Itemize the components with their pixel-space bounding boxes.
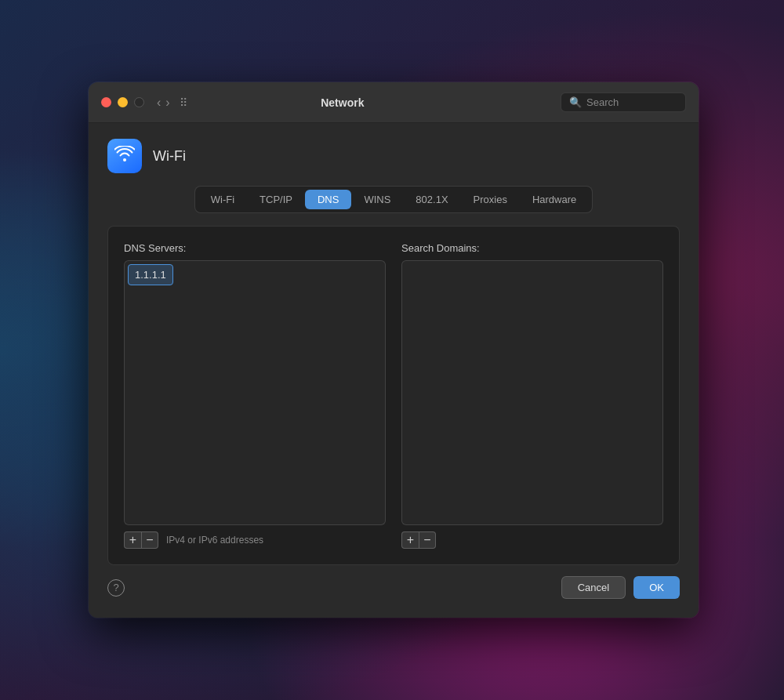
search-domains-column: Search Domains: + − xyxy=(401,242,663,549)
footer-actions: Cancel OK xyxy=(561,576,680,599)
search-bar[interactable]: 🔍 xyxy=(561,92,686,112)
titlebar: ‹ › ⠿ Network 🔍 xyxy=(89,82,699,123)
dns-servers-column: DNS Servers: 1.1.1.1 + − IPv4 or IPv6 ad… xyxy=(124,242,386,549)
tab-proxies[interactable]: Proxies xyxy=(461,190,520,209)
tab-dns[interactable]: DNS xyxy=(305,190,351,209)
domain-remove-button[interactable]: − xyxy=(419,531,436,549)
ok-button[interactable]: OK xyxy=(633,576,680,599)
tab-wins[interactable]: WINS xyxy=(351,190,403,209)
dns-remove-button[interactable]: − xyxy=(141,531,158,549)
tabs-container: Wi-Fi TCP/IP DNS WINS 802.1X Proxies Har… xyxy=(194,186,593,213)
wifi-icon-container xyxy=(107,139,142,173)
dns-servers-label: DNS Servers: xyxy=(124,242,386,254)
search-domains-label: Search Domains: xyxy=(401,242,663,254)
dns-columns: DNS Servers: 1.1.1.1 + − IPv4 or IPv6 ad… xyxy=(124,242,663,549)
dns-hint: IPv4 or IPv6 addresses xyxy=(166,535,263,546)
cancel-button[interactable]: Cancel xyxy=(561,576,626,599)
tab-hardware[interactable]: Hardware xyxy=(520,190,589,209)
dns-server-controls: + − IPv4 or IPv6 addresses xyxy=(124,531,386,549)
domain-add-button[interactable]: + xyxy=(401,531,419,549)
footer: ? Cancel OK xyxy=(107,565,680,602)
tab-tcpip[interactable]: TCP/IP xyxy=(247,190,305,209)
wifi-header: Wi-Fi xyxy=(107,139,680,173)
dns-servers-list[interactable]: 1.1.1.1 xyxy=(124,260,386,525)
network-window: ‹ › ⠿ Network 🔍 Wi-Fi xyxy=(89,82,699,618)
tab-8021x[interactable]: 802.1X xyxy=(403,190,460,209)
search-domain-controls: + − xyxy=(401,531,663,549)
search-input[interactable] xyxy=(586,96,677,108)
wifi-title: Wi-Fi xyxy=(153,148,186,165)
search-icon: 🔍 xyxy=(569,96,582,108)
dns-content: DNS Servers: 1.1.1.1 + − IPv4 or IPv6 ad… xyxy=(107,226,680,565)
help-button[interactable]: ? xyxy=(107,579,125,597)
window-title: Network xyxy=(125,96,561,109)
tab-wifi[interactable]: Wi-Fi xyxy=(198,190,247,209)
dns-add-button[interactable]: + xyxy=(124,531,141,549)
dns-server-entry[interactable]: 1.1.1.1 xyxy=(128,264,173,285)
search-domains-list[interactable] xyxy=(401,260,663,525)
main-content: Wi-Fi Wi-Fi TCP/IP DNS WINS 802.1X Proxi… xyxy=(89,123,699,618)
close-button[interactable] xyxy=(101,97,111,107)
wifi-icon xyxy=(114,146,135,166)
